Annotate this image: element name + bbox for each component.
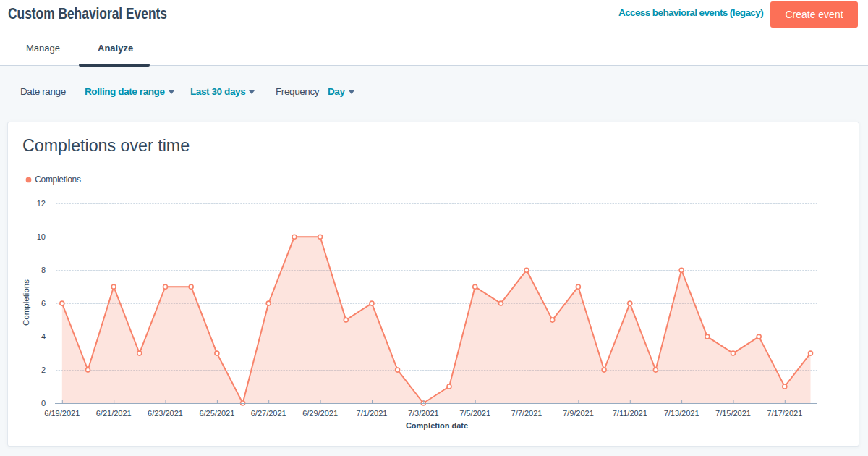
svg-text:10: 10 xyxy=(37,232,46,241)
svg-text:Completion date: Completion date xyxy=(406,421,468,430)
svg-text:12: 12 xyxy=(37,199,46,208)
svg-text:2: 2 xyxy=(41,366,46,374)
svg-text:7/15/2021: 7/15/2021 xyxy=(715,409,751,418)
svg-text:8: 8 xyxy=(41,266,46,274)
svg-text:7/11/2021: 7/11/2021 xyxy=(613,409,647,418)
svg-text:6/21/2021: 6/21/2021 xyxy=(96,409,132,418)
svg-text:6/23/2021: 6/23/2021 xyxy=(148,409,183,418)
svg-text:Completions: Completions xyxy=(35,174,81,185)
svg-text:6/29/2021: 6/29/2021 xyxy=(302,409,338,418)
svg-text:6/25/2021: 6/25/2021 xyxy=(199,409,234,418)
svg-text:7/9/2021: 7/9/2021 xyxy=(563,409,594,418)
svg-text:7/3/2021: 7/3/2021 xyxy=(408,409,439,418)
svg-text:4: 4 xyxy=(41,332,46,341)
svg-text:6/27/2021: 6/27/2021 xyxy=(251,409,286,418)
svg-text:7/13/2021: 7/13/2021 xyxy=(664,409,699,418)
svg-text:0: 0 xyxy=(41,399,46,408)
svg-text:6/19/2021: 6/19/2021 xyxy=(44,409,80,418)
svg-text:7/7/2021: 7/7/2021 xyxy=(511,409,542,418)
svg-text:6: 6 xyxy=(41,299,46,308)
svg-text:Completions: Completions xyxy=(22,279,30,326)
svg-text:7/17/2021: 7/17/2021 xyxy=(767,409,802,418)
svg-text:7/5/2021: 7/5/2021 xyxy=(459,409,490,418)
svg-text:7/1/2021: 7/1/2021 xyxy=(357,409,388,418)
